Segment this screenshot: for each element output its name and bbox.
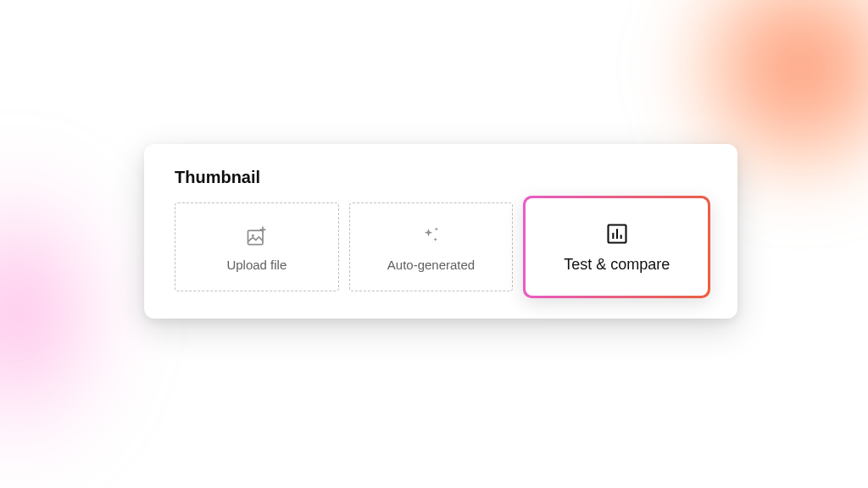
- auto-generated-option[interactable]: Auto-generated: [349, 202, 514, 291]
- upload-file-label: Upload file: [226, 258, 287, 272]
- sparkles-icon: [418, 222, 445, 249]
- options-row: Upload file Auto-generated: [175, 202, 710, 291]
- background-blur-left: [0, 152, 136, 474]
- test-compare-inner: Test & compare: [526, 198, 708, 296]
- svg-point-1: [252, 234, 254, 236]
- test-compare-label: Test & compare: [564, 256, 670, 274]
- bar-chart-icon: [604, 220, 631, 247]
- svg-rect-0: [248, 230, 263, 244]
- upload-file-option[interactable]: Upload file: [175, 202, 339, 291]
- auto-generated-label: Auto-generated: [387, 258, 475, 272]
- test-compare-option[interactable]: Test & compare: [523, 196, 710, 298]
- card-title: Thumbnail: [175, 168, 710, 187]
- image-plus-icon: [243, 222, 270, 249]
- thumbnail-card: Thumbnail Upload file Auto: [144, 144, 737, 319]
